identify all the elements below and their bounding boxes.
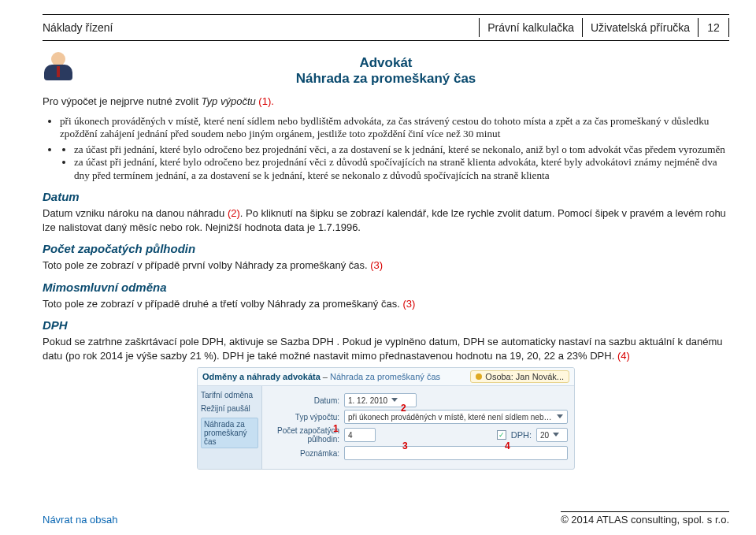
header-page-number: 12	[698, 18, 729, 37]
copyright: © 2014 ATLAS consulting, spol. s r.o.	[561, 511, 729, 526]
intro-ref-1: (1).	[256, 95, 274, 107]
shot-titlebar: Odměny a náhrady advokáta – Náhrada za p…	[198, 368, 574, 386]
mimo-ref-3: (3)	[402, 298, 415, 310]
label-pocet: Počet započatých půlhodin:	[269, 426, 339, 444]
label-datum: Datum:	[269, 396, 339, 405]
mimo-paragraph: Toto pole ze zobrazí v případě druhé a t…	[43, 297, 729, 311]
input-datum-value: 1. 12. 2010	[348, 396, 387, 405]
type-options-list: při úkonech prováděných v místě, které n…	[60, 115, 729, 183]
header-doc-name: Uživatelská příručka	[582, 18, 698, 37]
checkbox-dph[interactable]: ✓	[497, 430, 506, 440]
intro-paragraph: Pro výpočet je nejprve nutné zvolit Typ …	[43, 95, 729, 109]
chevron-down-icon	[552, 431, 560, 439]
checkbox-dph-check: ✓	[498, 431, 505, 439]
input-dph-value: 20	[540, 431, 549, 440]
chevron-down-icon	[391, 396, 398, 404]
person-dot-icon	[476, 373, 482, 380]
input-typ-vypoctu[interactable]: při úkonech prováděných v místě, které n…	[344, 410, 568, 424]
shot-title: Odměny a náhrady advokáta – Náhrada za p…	[202, 372, 440, 381]
input-dph[interactable]: 20	[536, 428, 568, 442]
heading-dph: DPH	[43, 318, 729, 332]
heading-datum: Datum	[43, 190, 729, 203]
input-pocet-value: 4	[348, 431, 353, 440]
pocet-paragraph: Toto pole ze zobrazí v případě první vol…	[43, 258, 729, 273]
input-typ-value: při úkonech prováděných v místě, které n…	[348, 413, 553, 422]
shot-sidebar: Tarifní odměna Režijní paušál Náhrada za…	[198, 386, 262, 470]
header-left: Náklady řízení	[43, 21, 479, 34]
datum-paragraph: Datum vzniku nároku na danou náhradu (2)…	[43, 206, 729, 234]
shot-title-dash: –	[321, 372, 330, 381]
datum-text-a: Datum vzniku nároku na danou náhradu	[43, 207, 228, 219]
callout-marker-1: 1	[333, 423, 339, 434]
pocet-ref-3: (3)	[370, 259, 383, 271]
shot-body: Tarifní odměna Režijní paušál Náhrada za…	[198, 386, 574, 470]
shot-title-sub: Náhrada za promeškaný čas	[330, 372, 440, 381]
heading-pocet: Počet započatých půlhodin	[43, 242, 729, 255]
section-title-line1: Advokát	[43, 55, 729, 71]
page-footer: Návrat na obsah © 2014 ATLAS consulting,…	[43, 511, 729, 526]
sidebar-item-pausal[interactable]: Režijní paušál	[201, 404, 258, 413]
app-screenshot: Odměny a náhrady advokáta – Náhrada za p…	[197, 367, 575, 470]
list-item: za účast při jednání, které bylo odročen…	[74, 143, 729, 157]
dph-paragraph: Pokud se zatrhne zaškrtávací pole DPH, a…	[43, 335, 729, 362]
label-typ: Typ výpočtu:	[269, 413, 339, 422]
list-item: za účast při jednání, které bylo odročen…	[74, 156, 729, 182]
callout-marker-3: 3	[402, 440, 408, 451]
input-pocet[interactable]: 4	[344, 428, 376, 442]
callout-marker-4: 4	[505, 440, 510, 451]
person-chip-label: Osoba: Jan Novák...	[485, 372, 564, 381]
intro-text: Pro výpočet je nejprve nutné zvolit	[43, 95, 202, 107]
pocet-text: Toto pole ze zobrazí v případě první vol…	[43, 259, 370, 271]
intro-em: Typ výpočtu	[202, 95, 256, 107]
callout-marker-2: 2	[401, 403, 406, 414]
shot-form: Datum: 1. 12. 2010 Typ výpočtu: při úkon…	[262, 386, 574, 470]
header-app-name: Právní kalkulačka	[479, 18, 582, 37]
sidebar-item-nahrada[interactable]: Náhrada za promeškaný čas	[201, 418, 258, 448]
person-chip[interactable]: Osoba: Jan Novák...	[470, 370, 569, 383]
input-poznamka[interactable]	[344, 446, 568, 460]
list-item: při úkonech prováděných v místě, které n…	[60, 115, 729, 141]
label-dph: DPH:	[511, 430, 532, 440]
person-icon	[41, 50, 76, 85]
heading-mimo: Mimosmluvní odměna	[43, 281, 729, 294]
header-right: Právní kalkulačka Uživatelská příručka 1…	[479, 18, 729, 37]
shot-title-main: Odměny a náhrady advokáta	[202, 372, 321, 381]
page-header: Náklady řízení Právní kalkulačka Uživate…	[43, 14, 729, 41]
datum-ref-2: (2)	[228, 207, 240, 219]
document-page: Náklady řízení Právní kalkulačka Uživate…	[0, 0, 756, 535]
mimo-text: Toto pole ze zobrazí v případě druhé a t…	[43, 298, 402, 310]
section-title: Advokát Náhrada za promeškaný čas	[43, 55, 729, 87]
label-poznamka: Poznámka:	[269, 449, 339, 458]
dph-ref-4: (4)	[617, 350, 630, 362]
chevron-down-icon	[556, 413, 564, 421]
back-to-toc-link[interactable]: Návrat na obsah	[43, 514, 117, 526]
sidebar-item-tarif[interactable]: Tarifní odměna	[201, 391, 258, 399]
section-title-line2: Náhrada za promeškaný čas	[43, 71, 729, 87]
